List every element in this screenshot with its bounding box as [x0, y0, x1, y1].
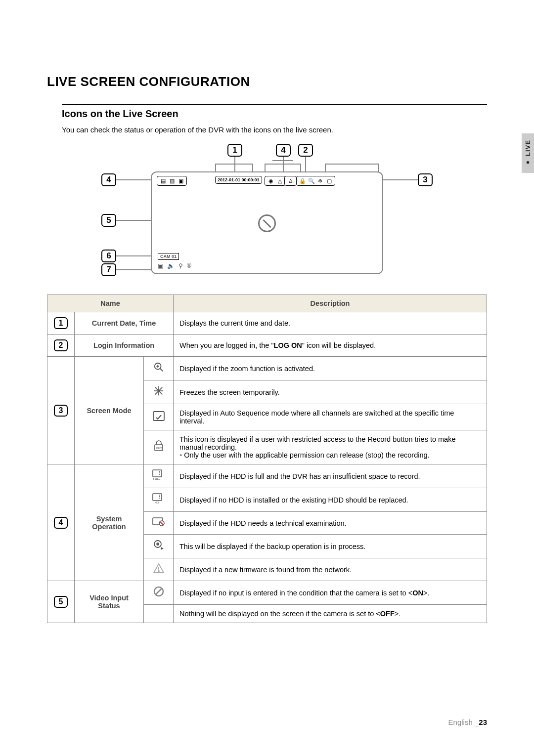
autoseq-mini-icon: ▢ — [325, 177, 333, 184]
backup-icon — [144, 535, 174, 558]
osd-right-group: 🔒 🔍 ❄ ▢ — [296, 176, 335, 186]
desc-cell: This icon is displayed if a user with re… — [174, 430, 487, 464]
firmware-icon — [144, 558, 174, 581]
callout-2: 2 — [298, 144, 313, 157]
svg-rect-11 — [153, 470, 162, 477]
num-cell: 1 — [47, 312, 75, 335]
side-tab: ● LIVE — [522, 133, 534, 173]
desc-cell: Displayed if a new firmware is found fro… — [174, 558, 487, 581]
name-cell: Screen Mode — [75, 357, 144, 464]
svg-marker-26 — [161, 547, 164, 550]
hdd-full-mini-icon: ▤ — [159, 177, 167, 184]
num-cell: 5 — [47, 581, 75, 623]
osd-system-icons: ▤ ▥ ▣ — [157, 176, 187, 186]
callout-4-left: 4 — [101, 173, 116, 186]
num-cell: 2 — [47, 335, 75, 357]
svg-rect-8 — [153, 412, 164, 420]
table-row: 2 Login Information When you are logged … — [47, 335, 487, 357]
svg-text:REC: REC — [155, 447, 162, 450]
motion-icon: ▣ — [158, 262, 163, 269]
osd-datetime: 2012-01-01 00:00:01 — [215, 176, 262, 184]
table-row: 1 Current Date, Time Displays the curren… — [47, 312, 487, 335]
name-cell: Video Input Status — [75, 581, 144, 623]
zoom-mini-icon: 🔍 — [308, 177, 315, 184]
callout-3: 3 — [418, 173, 433, 186]
no-hdd-mini-icon: ▥ — [168, 177, 176, 184]
bottom-status-icons: ▣ 🔈 ⚲ ® — [158, 262, 191, 269]
rec-small-icon: ® — [187, 262, 191, 269]
osd-mid-group: ◉ △ — [265, 176, 286, 186]
table-row: 5 Video Input Status Displayed if no inp… — [47, 581, 487, 605]
datetime-text: 2012-01-01 00:00:01 — [218, 177, 260, 182]
svg-point-25 — [157, 543, 159, 545]
freeze-icon — [144, 380, 174, 404]
desc-cell: Displayed if the HDD needs a technical e… — [174, 512, 487, 535]
num-cell: 3 — [47, 357, 75, 464]
desc-cell: Displayed if no input is entered in the … — [174, 581, 487, 605]
backup-mini-icon: ◉ — [267, 177, 274, 184]
hdd-fail-icon — [144, 512, 174, 535]
page-heading: LIVE SCREEN CONFIGURATION — [47, 74, 487, 89]
callout-1: 1 — [227, 144, 242, 157]
desc-cell: Freezes the screen temporarily. — [174, 380, 487, 404]
freeze-mini-icon: ❄ — [316, 177, 324, 184]
svg-text:NO: NO — [154, 501, 159, 504]
side-tab-label: ● LIVE — [524, 140, 532, 167]
svg-line-1 — [160, 369, 163, 372]
th-name: Name — [47, 295, 174, 312]
desc-cell: When you are logged in, the "LOG ON" ico… — [174, 335, 487, 357]
table-row: 3 Screen Mode Displayed if the zoom func… — [47, 357, 487, 380]
cam-label: CAM 01 — [158, 253, 179, 260]
svg-line-31 — [156, 588, 162, 594]
screen-box: ▤ ▥ ▣ 2012-01-01 00:00:01 ◉ △ ♙ 🔒 🔍 ❄ ▢ — [151, 171, 383, 274]
callout-5: 5 — [101, 214, 116, 227]
table-row: 4 System Operation FULL Displayed if the… — [47, 464, 487, 488]
name-cell: Current Date, Time — [75, 312, 174, 335]
zoom-icon — [144, 357, 174, 380]
desc-cell: This will be displayed if the backup ope… — [174, 535, 487, 558]
no-hdd-icon: NO — [144, 488, 174, 512]
login-mini-icon: ♙ — [287, 177, 294, 184]
page-subheading: Icons on the Live Screen — [62, 104, 487, 120]
ptz-icon: ⚲ — [178, 262, 183, 269]
desc-cell: Displayed if no HDD is installed or the … — [174, 488, 487, 512]
live-screen-diagram: 1 4 2 4 5 6 7 3 ▤ ▥ — [101, 144, 433, 275]
callout-7: 7 — [101, 263, 116, 276]
osd-login: ♙ — [284, 176, 297, 186]
hdd-full-icon: FULL — [144, 464, 174, 488]
autoseq-icon — [144, 404, 174, 430]
audio-icon: 🔈 — [167, 262, 175, 269]
desc-cell: Displays the current time and date. — [174, 312, 487, 335]
hdd-fail-mini-icon: ▣ — [177, 177, 184, 184]
desc-cell: Nothing will be displayed on the screen … — [174, 605, 487, 623]
svg-point-29 — [158, 571, 159, 572]
desc-cell: Displayed if the HDD is full and the DVR… — [174, 464, 487, 488]
page-footer: English _23 — [448, 718, 487, 726]
num-cell: 4 — [47, 464, 75, 581]
svg-rect-16 — [153, 494, 162, 501]
callout-6: 6 — [101, 250, 116, 262]
rec-lock-icon: REC — [144, 430, 174, 464]
no-video-icon — [258, 214, 276, 232]
blank-icon — [144, 605, 174, 623]
icon-table: Name Description 1 Current Date, Time Di… — [47, 294, 487, 623]
name-cell: Login Information — [75, 335, 174, 357]
rec-mini-icon: 🔒 — [299, 177, 306, 184]
firmware-mini-icon: △ — [276, 177, 283, 184]
intro-text: You can check the status or operation of… — [62, 126, 487, 134]
th-description: Description — [174, 295, 487, 312]
desc-cell: Displayed if the zoom function is activa… — [174, 357, 487, 380]
desc-cell: Displayed in Auto Sequence mode where al… — [174, 404, 487, 430]
callout-4-top: 4 — [276, 144, 291, 157]
svg-text:FULL: FULL — [153, 477, 160, 480]
name-cell: System Operation — [75, 464, 144, 581]
no-input-icon — [144, 581, 174, 605]
